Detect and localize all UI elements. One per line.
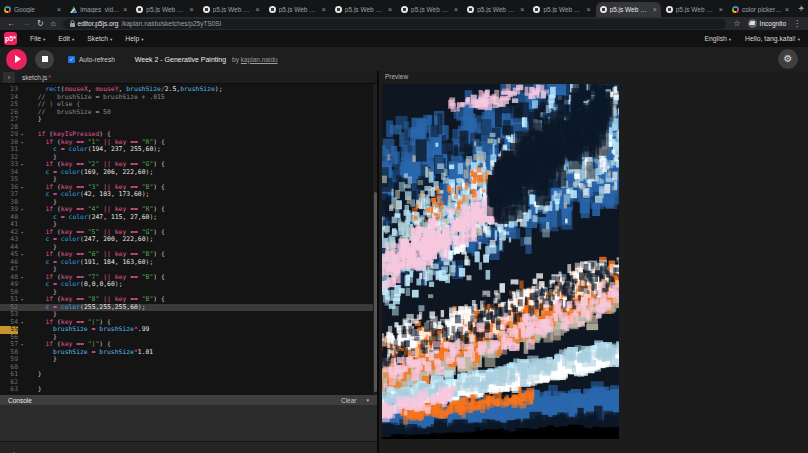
fold-arrow-icon: ▾ (18, 274, 26, 282)
console-header: Console Clear ▾ (0, 395, 377, 405)
tab-title: Google (14, 6, 54, 13)
url-domain: editor.p5js.org (78, 20, 119, 27)
p5-favicon-icon (136, 6, 143, 13)
fold-arrow-icon: ▾ (18, 161, 26, 169)
preview-label: Preview (385, 73, 408, 80)
language-dropdown[interactable]: English▾ (705, 35, 732, 42)
file-tab-sketch-js[interactable]: sketch.js* (22, 74, 51, 81)
menu-sketch[interactable]: Sketch▾ (87, 35, 112, 42)
editor-nav: p5* File▾Edit▾Sketch▾Help▾ English▾ Hell… (0, 30, 808, 47)
menu-label: Sketch (87, 35, 108, 42)
code-text: } (26, 386, 42, 394)
tab-title: color picker - G (742, 6, 782, 13)
sketch-byline: by kaplan.naidu (232, 56, 278, 63)
auto-refresh-checkbox[interactable]: ✓ (68, 56, 75, 63)
tab-search-chevron-icon[interactable]: ▾ (800, 4, 803, 11)
p5-favicon-icon (467, 6, 474, 13)
browser-tab[interactable]: p5.js Web Editor× (463, 2, 528, 17)
back-icon[interactable]: ← (7, 20, 15, 28)
browser-window: Google×images_videos×p5.js Web Editor×p5… (0, 0, 808, 453)
google-favicon-icon (732, 6, 739, 13)
home-icon[interactable]: ⌂ (51, 20, 56, 28)
browser-tab[interactable]: p5.js Web Editor× (529, 2, 594, 17)
p5-favicon-icon (401, 6, 408, 13)
browser-tab[interactable]: p5.js Web Editor× (132, 2, 197, 17)
sketch-title: Week 2 - Generative Painting (135, 56, 226, 63)
reload-icon[interactable]: ↻ (37, 20, 44, 28)
tab-title: p5.js Web Editor (676, 6, 716, 13)
console-prompt-icon: › (0, 449, 17, 453)
bookmark-star-icon[interactable]: ☆ (733, 20, 740, 28)
chevron-down-icon: ▾ (72, 37, 74, 42)
tab-close-icon[interactable]: × (256, 6, 260, 13)
fold-spacer (18, 266, 26, 274)
browser-tab[interactable]: p5.js Web Editor× (331, 2, 396, 17)
console-clear-button[interactable]: Clear (341, 397, 357, 404)
tab-close-icon[interactable]: × (520, 6, 524, 13)
play-icon (15, 55, 21, 63)
browser-tab[interactable]: p5.js Web Editor× (397, 2, 462, 17)
code-text: } (26, 356, 57, 364)
fold-spacer (18, 364, 26, 372)
tab-close-icon[interactable]: × (653, 6, 657, 13)
fold-spacer (18, 116, 26, 124)
browser-tab[interactable]: color picker - G× (728, 2, 793, 17)
tab-close-icon[interactable]: × (123, 6, 127, 13)
tab-close-icon[interactable]: × (719, 6, 723, 13)
fold-spacer (18, 244, 26, 252)
browser-menu-icon[interactable]: ⋮ (793, 20, 801, 28)
console-collapse-chevron-icon[interactable]: ▾ (366, 397, 369, 403)
fold-spacer (18, 334, 26, 342)
tab-close-icon[interactable]: × (322, 6, 326, 13)
unsaved-indicator: * (48, 74, 51, 81)
p5-favicon-icon (533, 6, 540, 13)
menu-file[interactable]: File▾ (30, 35, 45, 42)
browser-tab[interactable]: p5.js Web Editor× (596, 2, 661, 17)
p5-favicon-icon (666, 6, 673, 13)
tab-close-icon[interactable]: × (388, 6, 392, 13)
code-line: 27 } (0, 116, 377, 124)
incognito-badge: Incognito (748, 19, 786, 28)
browser-tab[interactable]: p5.js Web Editor× (199, 2, 264, 17)
stop-button[interactable] (35, 50, 54, 69)
tab-close-icon[interactable]: × (57, 6, 61, 13)
forward-icon[interactable]: → (22, 20, 30, 28)
browser-tab[interactable]: p5.js Web Editor× (662, 2, 727, 17)
menu-label: File (30, 35, 41, 42)
author-link[interactable]: kaplan.naidu (241, 56, 278, 63)
tab-close-icon[interactable]: × (586, 6, 590, 13)
tab-close-icon[interactable]: × (785, 6, 789, 13)
tab-close-icon[interactable]: × (189, 6, 193, 13)
fold-arrow-icon: ▾ (18, 229, 26, 237)
menu-edit[interactable]: Edit▾ (58, 35, 74, 42)
fold-spacer (18, 86, 26, 94)
fold-spacer (18, 386, 26, 394)
browser-tab[interactable]: Google× (0, 2, 65, 17)
browser-tab[interactable]: images_videos× (66, 2, 131, 17)
console-input-row[interactable]: › (0, 441, 377, 453)
stop-icon (42, 56, 48, 62)
fold-spacer (18, 221, 26, 229)
tab-close-icon[interactable]: × (454, 6, 458, 13)
p5-logo[interactable]: p5* (4, 32, 17, 45)
fold-spacer (18, 109, 26, 117)
menu-label: Help (125, 35, 139, 42)
tab-title: p5.js Web Editor (146, 6, 186, 13)
fold-arrow-icon: ▾ (18, 251, 26, 259)
account-dropdown[interactable]: Hello, tang.kafai!▾ (745, 35, 800, 42)
console-label: Console (8, 397, 32, 404)
menu-help[interactable]: Help▾ (125, 35, 143, 42)
preview-pane: Preview (379, 71, 808, 453)
address-bar[interactable]: editor.p5js.org/kaplan.naidu/sketches/p2… (63, 19, 727, 29)
fold-spacer (18, 191, 26, 199)
settings-gear-button[interactable]: ⚙ (778, 49, 798, 69)
browser-tab[interactable]: p5.js Web Editor× (265, 2, 330, 17)
sidebar-collapse-button[interactable]: › (3, 72, 15, 83)
code-editor[interactable]: 23 rect(mouseX, mouseY, brushSize/2.5,br… (0, 84, 377, 395)
drive-favicon-icon (70, 6, 77, 13)
chevron-down-icon: ▾ (110, 37, 112, 42)
fold-spacer (18, 169, 26, 177)
sketch-canvas[interactable] (382, 84, 619, 439)
play-button[interactable] (6, 49, 27, 70)
tab-title: p5.js Web Editor (279, 6, 319, 13)
